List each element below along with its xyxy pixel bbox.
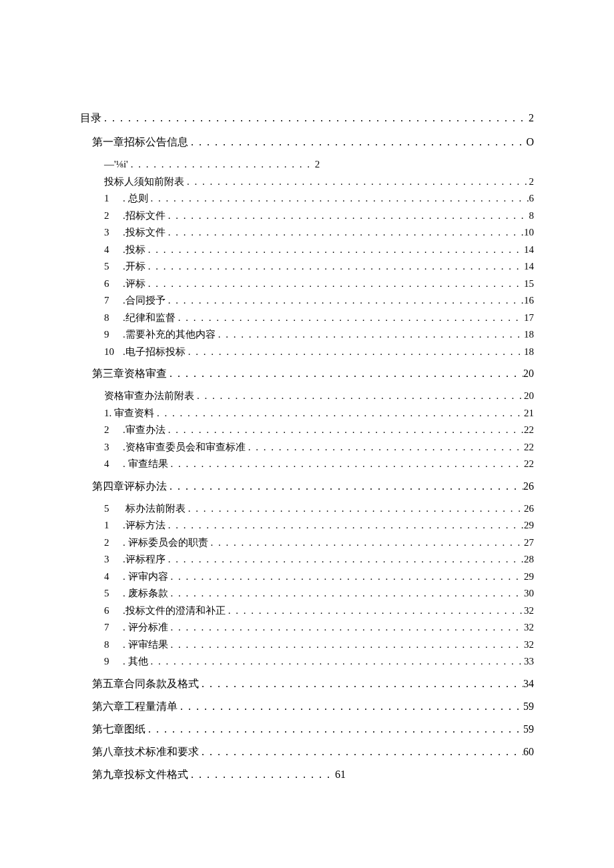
- toc-label: 投标人须知前附表: [104, 174, 184, 189]
- toc-page: 28: [524, 552, 534, 567]
- toc-entry: 第八章技术标准和要求60: [92, 744, 534, 760]
- toc-text: .评标方法: [123, 520, 166, 530]
- toc-label: 4. 审查结果: [104, 456, 168, 472]
- toc-dots: [188, 134, 526, 150]
- toc-page: 10: [524, 225, 534, 240]
- toc-text: . 评分标准: [123, 622, 168, 632]
- toc-number: 1: [104, 191, 123, 206]
- toc-page: 32: [524, 620, 534, 635]
- toc-entry: 第三章资格审查20: [92, 366, 534, 382]
- toc-dots: [166, 225, 524, 240]
- toc-text: .开标: [123, 261, 145, 272]
- toc-entry: 1. 总则6: [104, 191, 534, 206]
- toc-number: 3: [104, 225, 123, 240]
- toc-dots: [216, 327, 524, 342]
- toc-page: 2: [529, 174, 535, 189]
- toc-dots: [199, 676, 523, 692]
- toc-text: 标办法前附表: [123, 503, 186, 514]
- toc-dots: [168, 586, 525, 601]
- toc-dots: [145, 276, 524, 292]
- toc-label: 6.投标文件的澄清和补正: [104, 603, 226, 618]
- toc-entry: 4. 审查结果22: [104, 456, 534, 472]
- toc-entry: 10.电子招标投标18: [104, 344, 534, 360]
- toc-label: 6.评标: [104, 276, 145, 292]
- toc-text: . 总则: [123, 193, 148, 203]
- toc-text: .合同授予: [123, 295, 166, 306]
- toc-label: 3.资格审查委员会和审查标准: [104, 440, 246, 455]
- toc-text: .电子招标投标: [123, 346, 186, 357]
- toc-text: . 其他: [123, 656, 148, 667]
- toc-dots: [167, 366, 523, 382]
- toc-dots: [246, 440, 524, 455]
- toc-label: 第九章投标文件格式: [92, 767, 188, 783]
- toc-page: 17: [524, 310, 534, 326]
- toc-page: 20: [523, 366, 534, 382]
- toc-page: 26: [523, 478, 534, 494]
- toc-entry: 1.评标方法29: [104, 518, 534, 533]
- toc-number: 7: [104, 293, 123, 308]
- toc-page: 8: [529, 208, 535, 224]
- toc-label: 5 标办法前附表: [104, 501, 186, 516]
- toc-entry: 9. 其他33: [104, 654, 534, 669]
- toc-entry: 资格审查办法前附表20: [104, 388, 534, 404]
- toc-entry: 3.资格审查委员会和审查标准22: [104, 440, 534, 455]
- toc-entry: 投标人须知前附表2: [104, 174, 534, 189]
- toc-entry: 1. 审查资料21: [104, 406, 534, 421]
- toc-dots: [168, 569, 525, 584]
- toc-label: 8. 评审结果: [104, 637, 168, 653]
- toc-text: . 评审结果: [123, 639, 168, 650]
- toc-dots: [145, 259, 524, 274]
- toc-number: 3: [104, 440, 123, 455]
- toc-entry: 5 标办法前附表26: [104, 501, 534, 516]
- toc-page: 59: [523, 721, 534, 737]
- toc-dots: [154, 406, 524, 421]
- toc-dots: [194, 388, 524, 404]
- toc-page: 14: [524, 259, 534, 274]
- toc-label: 目录: [80, 110, 101, 126]
- toc-entry: 3.投标文件10: [104, 225, 534, 240]
- toc-number: 8: [104, 637, 123, 653]
- toc-text: .投标文件的澄清和补正: [123, 605, 226, 616]
- toc-page: 22: [524, 422, 534, 438]
- toc-text: .纪律和监督: [123, 312, 176, 323]
- toc-page: 59: [523, 699, 534, 715]
- toc-label: —'⅛i': [104, 157, 128, 172]
- toc-page: 16: [524, 293, 534, 308]
- toc-page: 6: [529, 191, 535, 206]
- toc-page: 18: [524, 344, 534, 360]
- toc-page: 26: [524, 501, 534, 516]
- toc-page: 29: [524, 518, 534, 533]
- toc-dots: [178, 699, 523, 715]
- toc-number: 4: [104, 456, 123, 472]
- toc-label: 1.评标方法: [104, 518, 166, 533]
- toc-page: 33: [524, 654, 534, 669]
- toc-number: 5: [104, 259, 123, 274]
- toc-label: 第四章评标办法: [92, 478, 167, 494]
- toc-entry: 第四章评标办法26: [92, 478, 534, 494]
- toc-dots: [168, 620, 525, 635]
- toc-entry: 第九章投标文件格式61: [92, 767, 534, 783]
- toc-label: 8.纪律和监督: [104, 310, 176, 326]
- toc-page: 61: [335, 767, 346, 783]
- toc-label: 2.审查办法: [104, 422, 166, 438]
- toc-page: 14: [524, 242, 534, 258]
- toc-label: 第八章技术标准和要求: [92, 744, 199, 760]
- toc-number: 5: [104, 501, 123, 516]
- toc-label: 10.电子招标投标: [104, 344, 186, 360]
- toc-list: 目录2第一章招标公告信息O—'⅛i'2投标人须知前附表21. 总则62.招标文件…: [80, 110, 534, 783]
- toc-dots: [176, 310, 524, 326]
- toc-number: 1: [104, 518, 123, 533]
- toc-number: 2: [104, 535, 123, 550]
- toc-page: 27: [524, 535, 534, 550]
- toc-number: 10: [104, 344, 123, 360]
- toc-number: 6: [104, 276, 123, 292]
- toc-text: .招标文件: [123, 210, 166, 221]
- toc-entry: 4. 评审内容29: [104, 569, 534, 584]
- toc-dots: [128, 157, 315, 172]
- toc-text: .投标文件: [123, 227, 166, 238]
- toc-page: 20: [524, 388, 534, 404]
- toc-text: . 审查结果: [123, 458, 168, 469]
- toc-dots: [186, 344, 524, 360]
- toc-text: . 评标委员会的职责: [123, 537, 208, 548]
- toc-entry: 目录2: [80, 110, 534, 126]
